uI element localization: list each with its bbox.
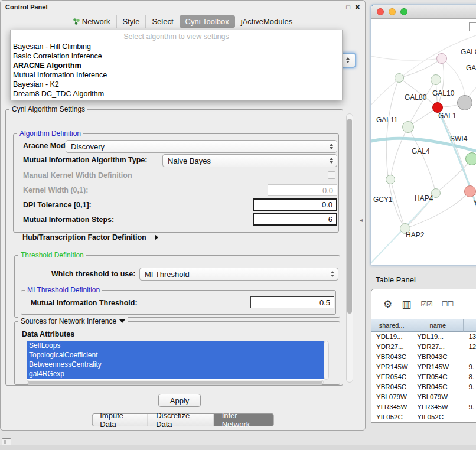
table-cell: YBR045C [412, 382, 464, 392]
sources-group: Sources for Network Inference Data Attri… [14, 321, 340, 385]
algorithm-option-mutual-information-inference[interactable]: Mutual Information Inference [11, 70, 342, 80]
table-row[interactable]: YBR043CYBR043C [371, 352, 476, 362]
attribute-item-selfloops[interactable]: SelfLoops [27, 341, 324, 350]
settings-group-title: Cyni Algorithm Settings [12, 105, 85, 113]
which-threshold-combo[interactable]: MI Threshold [139, 268, 338, 281]
tab-select[interactable]: Select [145, 15, 179, 28]
network-node[interactable] [436, 53, 447, 64]
dpi-tolerance-field[interactable]: 0.0 [253, 198, 337, 211]
node-label-gal1: GAL1 [438, 112, 457, 120]
float-window-icon[interactable]: □ [346, 4, 350, 11]
panel-splitter-arrow[interactable]: ◂ [360, 217, 363, 223]
collapse-arrow-icon[interactable] [119, 319, 125, 323]
close-traffic-light-icon[interactable] [377, 8, 384, 15]
close-window-icon[interactable]: ✖ [355, 4, 360, 11]
table-cell: YDL19... [412, 332, 464, 342]
network-node[interactable] [465, 152, 476, 165]
mi-threshold-group: MI Threshold Definition Mutual Informati… [21, 290, 336, 315]
table-row[interactable]: YDL19...YDL19...13 [371, 332, 476, 342]
cyni-algorithm-settings-group: Cyni Algorithm Settings Algorithm Defini… [5, 109, 343, 386]
gear-icon[interactable]: ⚙ [383, 299, 392, 309]
control-panel-window: Control Panel □ ✖ NetworkStyleSelectCyni… [0, 0, 366, 431]
algorithm-option-basic-correlation-inference[interactable]: Basic Correlation Inference [11, 51, 342, 61]
table-cell: 9. [464, 402, 476, 412]
birdseye-toggle[interactable] [469, 22, 476, 31]
column-header-name[interactable]: name [412, 319, 464, 332]
table-toolbar: ⚙▥☑☑☐☐ [371, 289, 476, 319]
tab-style[interactable]: Style [116, 15, 146, 28]
table-row[interactable]: YBR045CYBR045C9. [371, 382, 476, 392]
node-label-hap2: HAP2 [406, 231, 424, 239]
algorithm-option-bayesian-k2[interactable]: Bayesian - K2 [11, 80, 342, 89]
manual-kernel-width-checkbox[interactable] [328, 171, 335, 179]
mi-threshold-field[interactable]: 0.5 [250, 296, 334, 308]
tab-label: Select [152, 17, 173, 26]
node-label-gal: GAL [466, 64, 476, 72]
aracne-mode-combo[interactable]: Discovery [66, 140, 337, 153]
attribute-item-topologicalcoefficient[interactable]: TopologicalCoefficient [27, 350, 324, 360]
table-cell: 13 [464, 332, 476, 342]
attributes-horizontal-scrollbar[interactable] [27, 380, 324, 385]
network-view-window: GAL8GALGAL80GAL10GAL11GAL1SWI4GAL4GCY1HA… [371, 5, 476, 265]
threshold-definition-title: Threshold Definition [21, 251, 84, 259]
mi-steps-field[interactable]: 6 [253, 213, 337, 226]
table-cell [464, 392, 476, 402]
deselect-all-columns-icon[interactable]: ☐☐ [442, 299, 454, 309]
settings-vertical-scrollbar[interactable] [346, 113, 353, 383]
table-cell: YBR043C [412, 352, 464, 362]
expand-arrow-icon[interactable] [155, 234, 158, 240]
node-label-gal11: GAL11 [376, 116, 397, 124]
algorithm-option-dream8-dc-tdc-algorithm[interactable]: Dream8 DC_TDC Algorithm [11, 89, 342, 99]
apply-button[interactable]: Apply [158, 394, 201, 407]
sources-group-title[interactable]: Sources for Network Inference [21, 317, 116, 325]
table-row[interactable]: YBL079WYBL079W [371, 392, 476, 402]
table-header-row: shared...name [371, 319, 476, 332]
attribute-item-betweennesscentrality[interactable]: BetweennessCentrality [27, 360, 324, 369]
table-row[interactable]: YER054CYER054C8. [371, 372, 476, 382]
algorithm-option-bayesian-hill-climbing[interactable]: Bayesian - Hill Climbing [11, 42, 342, 51]
algorithm-dropdown-list: Select algorithm to view settings Bayesi… [10, 30, 343, 100]
network-node[interactable] [386, 175, 395, 184]
tab-label: jActiveModules [241, 17, 292, 26]
mi-algorithm-type-combo[interactable]: Naive Bayes [162, 154, 337, 167]
network-node[interactable] [464, 185, 476, 197]
select-all-columns-icon[interactable]: ☑☑ [420, 299, 432, 309]
control-panel-titlebar: Control Panel □ ✖ [1, 1, 365, 14]
bottom-panel-edge [0, 445, 476, 450]
table-row[interactable]: YPR145WYPR145W9. [371, 362, 476, 372]
table-cell: YBR043C [371, 352, 412, 362]
bottom-tab-infer-network[interactable]: Infer Network [214, 413, 274, 426]
table-row[interactable]: YIL052CYIL052C [371, 412, 476, 422]
bottom-tab-discretize-data[interactable]: Discretize Data [148, 413, 214, 426]
network-node[interactable] [431, 74, 441, 85]
zoom-traffic-light-icon[interactable] [400, 8, 407, 15]
combo-up-arrow-icon [346, 57, 350, 60]
tab-jactivemodules[interactable]: jActiveModules [235, 15, 298, 28]
tab-network[interactable]: Network [67, 15, 116, 28]
algorithm-option-aracne-algorithm[interactable]: ARACNE Algorithm [11, 61, 342, 70]
network-canvas[interactable]: GAL8GALGAL80GAL10GAL11GAL1SWI4GAL4GCY1HA… [371, 19, 476, 265]
threshold-definition-group: Threshold Definition Which threshold to … [14, 255, 340, 318]
column-header-shared[interactable]: shared... [371, 319, 412, 332]
tab-cyni-toolbox[interactable]: Cyni Toolbox [180, 15, 235, 28]
hub-section-label[interactable]: Hub/Transcription Factor Definition [22, 233, 146, 242]
mi-threshold-value: 0.5 [319, 298, 330, 307]
dpi-tolerance-label: DPI Tolerance [0,1]: [23, 201, 92, 209]
network-node[interactable] [457, 95, 472, 110]
node-label-gal80: GAL80 [405, 93, 426, 102]
column-header-col2[interactable] [464, 319, 476, 332]
table-row[interactable]: YDR27...YDR27...12 [371, 342, 476, 352]
mi-steps-label: Mutual Information Steps: [23, 216, 114, 224]
network-node[interactable] [395, 73, 404, 83]
data-attributes-label: Data Attributes [22, 330, 74, 338]
table-cell: YBL079W [371, 392, 412, 402]
attributes-vertical-scrollbar[interactable] [324, 341, 329, 380]
table-row[interactable]: YLR345WYLR345W9. [371, 402, 476, 412]
network-tab-icon [73, 18, 80, 25]
network-node[interactable] [402, 121, 414, 133]
attribute-item-gal4rgexp[interactable]: gal4RGexp [27, 369, 324, 379]
minimize-traffic-light-icon[interactable] [389, 8, 396, 15]
table-cell: YIL052C [371, 412, 412, 422]
bottom-tab-impute-data[interactable]: Impute Data [92, 413, 148, 426]
column-layout-icon[interactable]: ▥ [402, 299, 411, 309]
